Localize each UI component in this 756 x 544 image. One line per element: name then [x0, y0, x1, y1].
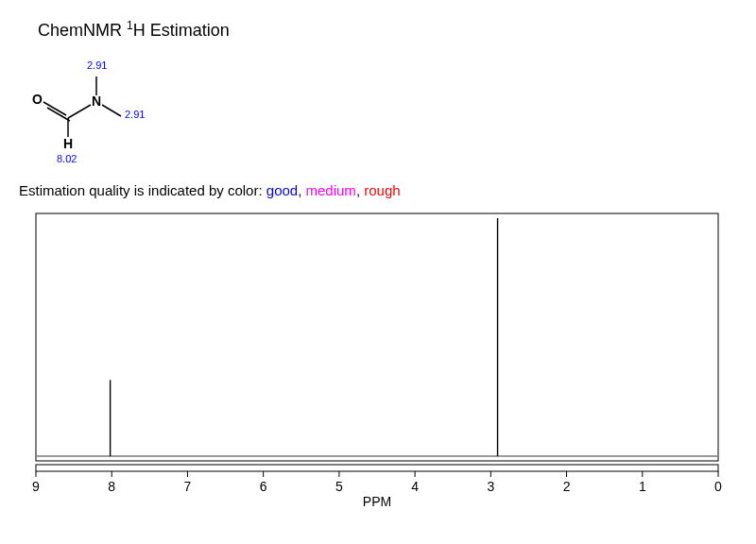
quality-rough: rough: [364, 182, 400, 198]
x-tick-label: 6: [260, 479, 267, 494]
shift-label-right: 2.91: [125, 109, 145, 120]
title-rest: H Estimation: [133, 21, 230, 40]
x-tick-label: 8: [108, 479, 115, 494]
x-tick-label: 9: [32, 479, 40, 494]
page-title: ChemNMR 1H Estimation: [38, 19, 737, 41]
x-axis-label: PPM: [363, 494, 391, 509]
atom-label-h: H: [63, 136, 73, 151]
svg-line-1: [47, 108, 70, 121]
shift-label-top: 2.91: [87, 60, 107, 71]
x-tick-label: 2: [563, 479, 571, 494]
title-superscript: 1: [127, 19, 133, 32]
quality-legend: Estimation quality is indicated by color…: [19, 182, 737, 198]
x-tick-label: 1: [639, 479, 646, 494]
x-tick-label: 7: [184, 479, 192, 494]
x-tick-label: 0: [714, 479, 722, 494]
quality-sep2: ,: [356, 182, 364, 198]
quality-good: good: [266, 182, 298, 198]
title-prefix: ChemNMR: [38, 21, 127, 40]
x-tick-label: 3: [487, 479, 494, 494]
nmr-spectrum-chart: 9876543210PPM: [19, 206, 728, 518]
atom-label-n: N: [92, 94, 101, 109]
quality-sep1: ,: [298, 182, 305, 198]
molecule-structure: O N H 2.91 2.91 8.02: [19, 50, 189, 182]
quality-medium: medium: [306, 182, 356, 198]
svg-line-0: [43, 102, 66, 115]
svg-line-2: [68, 105, 91, 118]
x-tick-label: 4: [411, 479, 419, 494]
axis-bar: [36, 465, 718, 471]
chart-svg: 9876543210PPM: [19, 206, 728, 518]
quality-prefix: Estimation quality is indicated by color…: [19, 182, 266, 198]
x-tick-label: 5: [335, 479, 343, 494]
shift-label-bottom: 8.02: [57, 153, 77, 164]
atom-label-o: O: [32, 92, 43, 107]
svg-line-4: [102, 105, 121, 116]
plot-border: [36, 213, 718, 461]
